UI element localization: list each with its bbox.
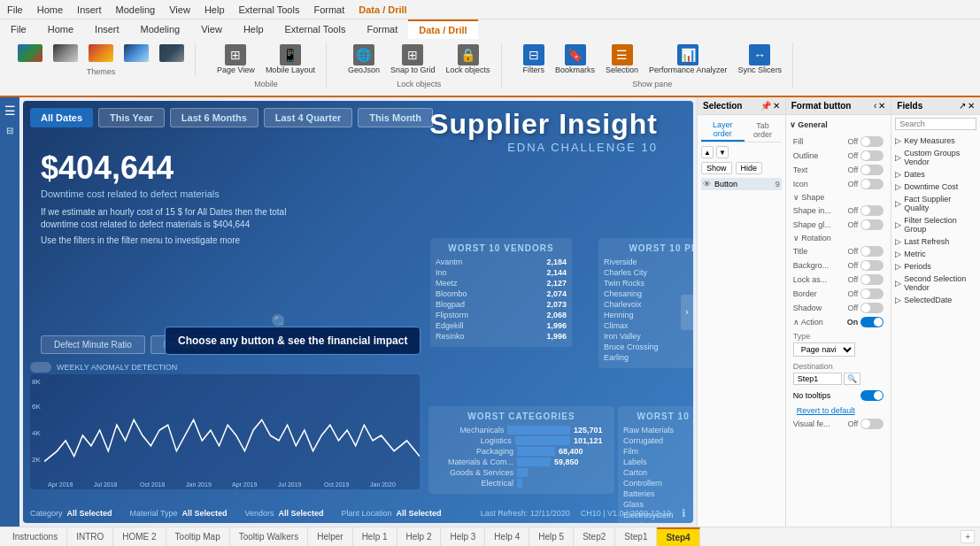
sel-show-btn[interactable]: Show [701, 162, 732, 174]
format-bg-toggle[interactable] [860, 260, 884, 271]
mobile-layout-btn[interactable]: 📱 Mobile Layout [262, 42, 319, 76]
ribbon-tab-help[interactable]: Help [233, 19, 274, 39]
sel-tab-order-tab[interactable]: Tab order [745, 119, 782, 142]
format-outline-toggle[interactable] [860, 150, 884, 161]
kpi-defect-minute[interactable]: Defect Minute Ratio [41, 335, 145, 354]
format-type-select[interactable]: Page navigation Bookmark Back Q&A [793, 342, 855, 357]
theme-4-btn[interactable] [120, 42, 152, 64]
filter-last-4-quarter[interactable]: Last 4 Quarter [264, 108, 353, 127]
format-revert-link[interactable]: Revert to default [793, 404, 859, 417]
tab-step1[interactable]: Step1 [615, 527, 657, 546]
field-key-measures[interactable]: ▷ Key Measures [893, 135, 978, 147]
ribbon-tab-format[interactable]: Format [356, 19, 408, 39]
field-filter-selection[interactable]: ▷ Filter Selection Group [893, 214, 978, 235]
field-fact-supplier[interactable]: ▷ Fact Supplier Quality [893, 193, 978, 214]
tab-tooltip-map[interactable]: Tooltip Map [166, 527, 230, 546]
tab-home2[interactable]: HOME 2 [113, 527, 166, 546]
menu-insert[interactable]: Insert [77, 4, 102, 15]
tab-help2[interactable]: Help 2 [397, 527, 442, 546]
performance-btn[interactable]: 📊 Performance Analyzer [645, 42, 731, 76]
bookmarks-btn[interactable]: 🔖 Bookmarks [552, 42, 598, 76]
menu-home[interactable]: Home [37, 4, 63, 15]
field-selected-date[interactable]: ▷ SelectedDate [893, 294, 978, 306]
tab-help5[interactable]: Help 5 [529, 527, 574, 546]
format-no-tooltips-toggle[interactable] [860, 390, 884, 401]
selection-btn[interactable]: ☰ Selection [602, 42, 642, 76]
format-lock-toggle[interactable] [860, 274, 884, 285]
sidebar-filter-icon[interactable]: ⊟ [6, 126, 13, 135]
format-icon-toggle[interactable] [860, 179, 884, 189]
filter-all-dates[interactable]: All Dates [30, 108, 93, 127]
field-metric[interactable]: ▷ Metric [893, 248, 978, 260]
field-periods[interactable]: ▷ Periods [893, 260, 978, 273]
tab-add-btn[interactable]: + [961, 530, 975, 543]
anomaly-toggle[interactable] [30, 362, 51, 373]
format-fill-toggle[interactable] [860, 136, 884, 147]
sel-down-btn[interactable]: ▼ [716, 146, 729, 158]
snap-grid-btn[interactable]: ⊞ Snap to Grid [387, 42, 439, 76]
sel-up-btn[interactable]: ▲ [701, 146, 714, 158]
tab-help4[interactable]: Help 4 [485, 527, 529, 546]
ribbon-tab-home[interactable]: Home [37, 19, 84, 39]
tab-help3[interactable]: Help 3 [441, 527, 485, 546]
format-shape-gl-toggle[interactable] [860, 219, 884, 230]
format-text-toggle[interactable] [860, 165, 884, 175]
fields-close-btn[interactable]: ✕ [968, 101, 975, 111]
sel-hide-btn[interactable]: Hide [736, 162, 763, 174]
selection-close-btn[interactable]: ✕ [773, 101, 780, 111]
menu-modeling[interactable]: Modeling [116, 4, 156, 15]
field-custom-groups-vendor[interactable]: ▷ Custom Groups Vendor [893, 147, 978, 168]
menu-data-drill[interactable]: Data / Drill [359, 4, 406, 15]
ribbon-tab-insert[interactable]: Insert [84, 19, 130, 39]
geojson-btn[interactable]: 🌐 GeoJson [344, 42, 383, 76]
menu-external-tools[interactable]: External Tools [239, 4, 300, 15]
sync-slicers-btn[interactable]: ↔ Sync Slicers [735, 42, 786, 76]
filter-this-year[interactable]: This Year [98, 108, 165, 127]
footer-info-icon[interactable]: ℹ [682, 507, 686, 519]
filter-last-6-months[interactable]: Last 6 Months [170, 108, 259, 127]
format-back-btn[interactable]: ‹ [874, 101, 876, 111]
field-second-selection[interactable]: ▷ Second Selection Vendor [893, 273, 978, 294]
fields-search-input[interactable] [895, 118, 976, 130]
menu-file[interactable]: File [7, 4, 23, 15]
tab-intro[interactable]: INTRO [67, 527, 113, 546]
ribbon-tab-data-drill[interactable]: Data / Drill [408, 19, 477, 39]
theme-2-btn[interactable] [50, 42, 81, 64]
ribbon-tab-view[interactable]: View [190, 19, 233, 39]
ribbon-tab-file[interactable]: File [0, 19, 37, 39]
ribbon-tab-external[interactable]: External Tools [274, 19, 357, 39]
field-downtime-cost[interactable]: ▷ Downtime Cost [893, 181, 978, 193]
format-visual-fe-toggle[interactable] [860, 419, 884, 429]
format-shape-in-toggle[interactable] [860, 205, 884, 216]
filters-btn[interactable]: ⊟ Filters [520, 42, 549, 76]
theme-3-btn[interactable] [85, 42, 117, 64]
format-general-title[interactable]: ∨ General [790, 119, 888, 131]
tab-step4[interactable]: Step4 [657, 527, 699, 546]
theme-1-btn[interactable] [14, 42, 46, 64]
menu-help[interactable]: Help [204, 4, 225, 15]
tab-step2[interactable]: Step2 [574, 527, 615, 546]
theme-5-btn[interactable] [156, 42, 188, 64]
format-close-btn[interactable]: ✕ [878, 101, 885, 111]
tab-instructions[interactable]: Instructions [4, 527, 67, 546]
format-dest-search-btn[interactable]: 🔍 [844, 373, 860, 385]
sel-layer-order-tab[interactable]: Layer order [701, 119, 745, 142]
field-last-refresh[interactable]: ▷ Last Refresh [893, 235, 978, 248]
sidebar-menu-icon[interactable]: ☰ [4, 104, 16, 118]
page-view-btn[interactable]: ⊞ Page View [213, 42, 259, 76]
format-shadow-toggle[interactable] [860, 303, 884, 313]
format-border-toggle[interactable] [860, 288, 884, 299]
fields-expand-btn[interactable]: ↗ [959, 101, 966, 111]
selection-pin-btn[interactable]: 📌 [760, 101, 771, 111]
menu-format[interactable]: Format [313, 4, 344, 15]
canvas-collapse-btn[interactable]: › [681, 295, 693, 330]
field-dates[interactable]: ▷ Dates [893, 168, 978, 181]
tab-help1[interactable]: Help 1 [353, 527, 397, 546]
menu-view[interactable]: View [169, 4, 190, 15]
format-action-toggle[interactable] [860, 317, 884, 327]
filter-this-month[interactable]: This Month [358, 108, 433, 127]
tab-helper[interactable]: Helper [308, 527, 352, 546]
lock-objects-btn[interactable]: 🔒 Lock objects [442, 42, 493, 76]
ribbon-tab-modeling[interactable]: Modeling [130, 19, 191, 39]
format-title-toggle[interactable] [860, 246, 884, 257]
